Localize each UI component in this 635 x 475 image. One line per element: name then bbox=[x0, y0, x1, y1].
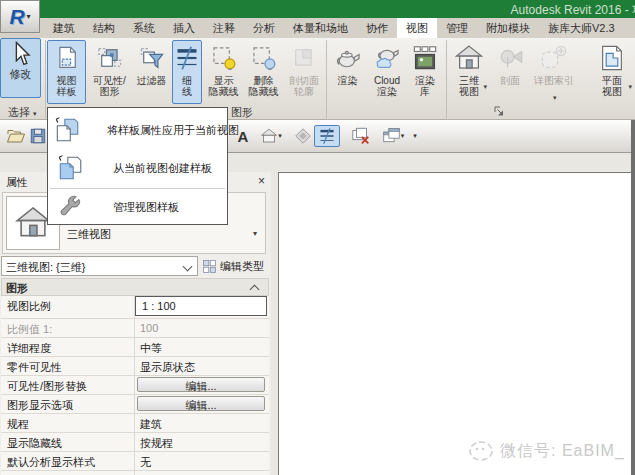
revit-logo-icon: R bbox=[9, 6, 24, 27]
tab-family-master[interactable]: 族库大师V2.3 bbox=[539, 18, 624, 38]
show-hidden-lines-button[interactable]: 显示 隐藏线 bbox=[204, 40, 243, 104]
menu-item-manage-templates[interactable]: 管理视图样板 bbox=[48, 192, 227, 222]
render-button[interactable]: 渲染 bbox=[329, 40, 366, 104]
edit-display-options-button[interactable]: 编辑... bbox=[137, 396, 265, 411]
tab-architecture[interactable]: 建筑 bbox=[44, 18, 84, 38]
instance-selector-row: 三维视图: {三维} 编辑类型 bbox=[0, 256, 271, 276]
close-icon[interactable]: × bbox=[258, 174, 265, 188]
property-row-discipline[interactable]: 规程 建筑 bbox=[1, 414, 269, 433]
tab-view[interactable]: 视图 bbox=[397, 18, 437, 38]
property-row-show-hidden-lines[interactable]: 显示隐藏线 按规程 bbox=[1, 433, 269, 452]
section-button: 剖面 bbox=[492, 40, 528, 104]
tab-manage[interactable]: 管理 bbox=[437, 18, 477, 38]
callout-button: 详图索引 ▾ bbox=[530, 40, 578, 104]
tab-massing-site[interactable]: 体量和场地 bbox=[284, 18, 357, 38]
chevron-down-icon: ▾ bbox=[27, 12, 31, 21]
view-scale-input[interactable]: 1 : 100 bbox=[135, 296, 267, 316]
render-gallery-button[interactable]: 渲染 库 bbox=[408, 40, 442, 104]
cut-profile-icon bbox=[291, 41, 317, 75]
chevron-down-icon: ▾ bbox=[628, 83, 632, 91]
chevron-down-icon: ▾ bbox=[401, 132, 405, 140]
close-windows-icon bbox=[351, 126, 371, 146]
tab-systems[interactable]: 系统 bbox=[124, 18, 164, 38]
customize-qat-button[interactable]: ▾ bbox=[408, 125, 422, 147]
view-template-icon bbox=[54, 41, 80, 75]
thin-lines-qat-button[interactable] bbox=[314, 125, 340, 147]
remove-hidden-lines-button[interactable]: 删除 隐藏线 bbox=[244, 40, 283, 104]
edit-type-button[interactable]: 编辑类型 bbox=[202, 256, 268, 276]
property-row-detail-level[interactable]: 详细程度 中等 bbox=[1, 338, 269, 357]
menu-item-apply-template[interactable]: 将样板属性应用于当前视图 bbox=[48, 112, 227, 148]
view-template-button[interactable]: 视图 样板 bbox=[47, 40, 86, 104]
section-marker-icon bbox=[496, 41, 524, 75]
render-gallery-icon bbox=[412, 41, 438, 75]
tab-annotate[interactable]: 注释 bbox=[204, 18, 244, 38]
teapot-icon bbox=[334, 41, 362, 75]
house-3d-icon bbox=[454, 41, 484, 75]
select-panel-label[interactable]: 选择 ▾ bbox=[8, 105, 37, 120]
chevron-down-icon: ▾ bbox=[483, 83, 487, 91]
collapse-icon bbox=[250, 285, 260, 295]
property-row-display-options[interactable]: 图形显示选项 编辑... bbox=[1, 395, 269, 414]
callout-icon bbox=[540, 41, 568, 75]
3d-view-qat-button[interactable]: ▾ bbox=[256, 125, 286, 147]
property-row-vg-overrides[interactable]: 可见性/图形替换 编辑... bbox=[1, 376, 269, 395]
graphics-section-header[interactable]: 图形 bbox=[1, 278, 269, 296]
tab-structure[interactable]: 结构 bbox=[84, 18, 124, 38]
thin-lines-icon bbox=[174, 41, 200, 75]
property-row-partial bbox=[1, 471, 269, 475]
tab-addins[interactable]: 附加模块 bbox=[477, 18, 539, 38]
property-row-view-scale[interactable]: 视图比例 1 : 100 bbox=[1, 296, 269, 319]
dialog-launcher-icon[interactable] bbox=[494, 106, 505, 117]
property-grid: 图形 视图比例 1 : 100 比例值 1: 100 详细程度 中等 零件可见性… bbox=[1, 278, 269, 475]
remove-hidden-lines-icon bbox=[251, 41, 277, 75]
wechat-icon bbox=[468, 438, 494, 464]
section-icon bbox=[294, 127, 312, 145]
menu-separator bbox=[50, 188, 225, 189]
instance-selector[interactable]: 三维视图: {三维} bbox=[1, 256, 198, 276]
property-row-analysis-style[interactable]: 默认分析显示样式 无 bbox=[1, 452, 269, 471]
visibility-graphics-button[interactable]: 可见性/ 图形 bbox=[88, 40, 131, 104]
save-button[interactable] bbox=[27, 125, 49, 147]
text-icon: A bbox=[238, 128, 249, 145]
titlebar: Autodesk Revit 2016 - 项 bbox=[0, 0, 635, 18]
type-name: 三维视图 bbox=[67, 227, 111, 242]
filter-icon bbox=[139, 41, 165, 75]
open-button[interactable] bbox=[5, 125, 27, 147]
tab-insert[interactable]: 插入 bbox=[164, 18, 204, 38]
view-template-menu: 将样板属性应用于当前视图 从当前视图创建样板 管理视图样板 bbox=[47, 107, 228, 225]
section-qat-button[interactable] bbox=[292, 125, 314, 147]
tab-analyze[interactable]: 分析 bbox=[244, 18, 284, 38]
property-row-parts-visibility[interactable]: 零件可见性 显示原状态 bbox=[1, 357, 269, 376]
chevron-down-icon: ▾ bbox=[278, 132, 282, 140]
drawing-area[interactable] bbox=[278, 172, 635, 475]
chevron-down-icon[interactable]: ▾ bbox=[253, 229, 257, 238]
chevron-down-icon: ▾ bbox=[553, 94, 557, 102]
app-menu-button[interactable]: R ▾ bbox=[0, 0, 40, 33]
chevron-down-icon bbox=[183, 262, 193, 272]
graphics-panel-label[interactable]: 图形 bbox=[231, 105, 253, 120]
menu-item-create-template[interactable]: 从当前视图创建样板 bbox=[48, 150, 227, 186]
apply-template-icon bbox=[53, 116, 81, 144]
save-icon bbox=[29, 127, 47, 145]
cut-profile-button: 剖切面 轮廓 bbox=[284, 40, 324, 104]
show-hidden-lines-icon bbox=[211, 41, 237, 75]
open-folder-icon bbox=[6, 126, 26, 146]
close-hidden-windows-button[interactable] bbox=[350, 125, 372, 147]
property-row-scale-value: 比例值 1: 100 bbox=[1, 319, 269, 338]
cursor-icon bbox=[9, 39, 33, 69]
render-in-cloud-button[interactable]: Cloud 渲染 bbox=[367, 40, 407, 104]
edit-vg-button[interactable]: 编辑... bbox=[137, 377, 265, 392]
modify-button[interactable]: 修改 bbox=[0, 38, 41, 98]
tab-collaborate[interactable]: 协作 bbox=[357, 18, 397, 38]
create-template-icon bbox=[53, 154, 87, 182]
switch-windows-button[interactable]: ▾ bbox=[378, 125, 408, 147]
thin-lines-button[interactable]: 细 线 bbox=[172, 40, 202, 104]
visibility-graphics-icon bbox=[97, 41, 123, 75]
3d-view-button[interactable]: 三维 视图 ▾ bbox=[449, 40, 489, 104]
plan-views-button[interactable]: 平面 视图 ▾ bbox=[591, 40, 633, 104]
filters-button[interactable]: 过滤器 bbox=[132, 40, 171, 104]
switch-windows-icon bbox=[382, 127, 401, 146]
window-title: Autodesk Revit 2016 - 项 bbox=[511, 2, 635, 18]
chevron-down-icon: ▾ bbox=[413, 132, 417, 140]
